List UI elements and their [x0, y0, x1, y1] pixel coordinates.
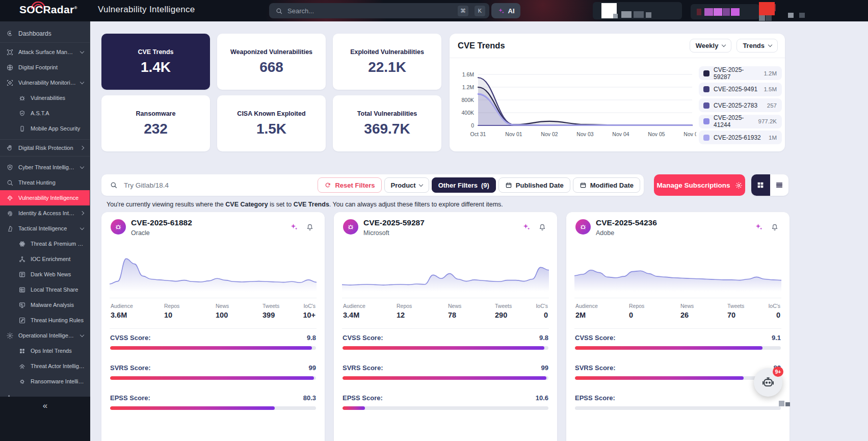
redacted-org-widget[interactable] [593, 2, 682, 19]
sidebar-item-a-s-t-a[interactable]: A.S.T.A [0, 106, 90, 121]
sidebar-item-cyber-threat-intelligence[interactable]: Cyber Threat Intelligence [0, 160, 90, 175]
score-value: 10.6 [536, 394, 548, 402]
other-filters-button[interactable]: Other Filters (9) [432, 177, 496, 193]
sidebar-item-digital-footprint[interactable]: Digital Footprint [0, 60, 90, 75]
stat-label: Weaponized Vulnerabilities [230, 48, 312, 56]
bell-icon[interactable] [305, 222, 314, 231]
ai-sparkle-icon[interactable] [290, 222, 299, 231]
chevron-right-icon [80, 146, 84, 150]
sidebar-item-attack-surface-management[interactable]: Attack Surface Management [0, 44, 90, 60]
sidebar-collapse-button[interactable]: « [0, 397, 90, 441]
redacted-user-widget[interactable] [691, 4, 759, 19]
reset-filters-button[interactable]: Reset Filters [318, 177, 381, 193]
legend-cve: CVE-2025-61932 [714, 134, 765, 141]
sidebar-item-operational-intelligence[interactable]: Operational Intelligence [0, 328, 90, 343]
score-value: 9.8 [307, 334, 316, 342]
socradar-logo[interactable]: SOCRadar® [19, 4, 77, 16]
sidebar-item-threat-premium-feeds[interactable]: Threat & Premium Feeds [0, 236, 90, 251]
legend-item-cve-2025-41244[interactable]: CVE-2025-41244977.2K [699, 115, 782, 128]
legend-item-cve-2025-2783[interactable]: CVE-2025-2783257 [699, 98, 782, 112]
sidebar-item-threat-hunting[interactable]: Threat Hunting [0, 175, 90, 190]
stat-card-cve-trends[interactable]: CVE Trends1.4K [101, 34, 210, 90]
sidebar-item-dashboards[interactable]: Dashboards [0, 24, 90, 43]
chevron-down-icon [418, 182, 423, 186]
product-filter-button[interactable]: Product [384, 177, 429, 193]
modified-date-button[interactable]: Modified Date [573, 177, 640, 193]
global-search-input[interactable] [287, 7, 452, 15]
published-date-button[interactable]: Published Date [498, 177, 570, 193]
sidebar-item-vulnerability-intelligence[interactable]: Vulnerability Intelligence [0, 190, 90, 205]
sidebar-item-threat-hunting-rules[interactable]: Threat Hunting Rules [0, 313, 90, 328]
legend-item-cve-2025-59287[interactable]: CVE-2025-592871.2M [699, 66, 782, 80]
cve-search-input[interactable] [124, 181, 315, 189]
stat-card-ransomware[interactable]: Ransomware232 [101, 95, 210, 151]
metric-ioc-s: IoC's0 [536, 303, 548, 319]
ai-assistant-button[interactable]: AI [491, 3, 520, 18]
score-label: SVRS Score: [110, 364, 150, 372]
grid-icon [756, 181, 765, 189]
card-icon [18, 286, 26, 294]
bell-icon[interactable] [770, 222, 779, 231]
redacted-block [799, 13, 805, 18]
global-search[interactable]: ⌘ K [269, 3, 489, 18]
sidebar-item-label: Malware Analysis [31, 302, 86, 308]
chevron-down-icon [80, 49, 84, 53]
stat-card-weaponized-vulnerabilities[interactable]: Weaponized Vulnerabilities668 [217, 34, 326, 90]
cve-vendor: Adobe [596, 229, 614, 237]
sidebar-item-label: Mobile App Security [31, 125, 86, 132]
mode-dropdown[interactable]: Trends [737, 39, 778, 53]
cve-search[interactable] [110, 181, 315, 189]
sidebar-item-local-threat-share[interactable]: Local Threat Share [0, 282, 90, 297]
list-view-button[interactable] [770, 174, 789, 196]
mode-dropdown-label: Trends [743, 42, 765, 49]
legend-item-cve-2025-9491[interactable]: CVE-2025-94911.5M [699, 83, 782, 96]
sidebar-item-malware-analysis[interactable]: Malware Analysis [0, 297, 90, 313]
cve-id[interactable]: CVE-2025-59287 [363, 218, 425, 227]
metric-label: IoC's [303, 303, 315, 309]
score-label: CVSS Score: [110, 334, 150, 342]
legend-value: 977.2K [758, 118, 777, 124]
sidebar-item-vulnerability-monitoring[interactable]: Vulnerability Monitoring [0, 75, 90, 90]
period-dropdown[interactable]: Weekly [690, 39, 732, 53]
ai-sparkle-icon[interactable] [754, 222, 764, 231]
legend-item-cve-2025-61932[interactable]: CVE-2025-619321M [699, 131, 782, 144]
redacted-block [621, 11, 632, 18]
stat-label: CVE Trends [138, 48, 173, 56]
score-cvss-score: CVSS Score:9.8 [343, 334, 548, 350]
cve-card-cve-2025-61882[interactable]: CVE-2025-61882OracleAudience3.6MRepos10N… [101, 212, 325, 441]
sidebar-item-ops-intel-trends[interactable]: Ops Intel Trends [0, 343, 90, 358]
sidebar-item-dark-web-news[interactable]: Dark Web News [0, 267, 90, 282]
stat-card-cisa-known-exploited[interactable]: CISA Known Exploited1.5K [217, 95, 326, 151]
manage-subscriptions-button[interactable]: Manage Subscriptions [654, 174, 745, 196]
grid-view-button[interactable] [751, 174, 770, 196]
metric-label: Tweets [262, 303, 279, 309]
sidebar-item-ioc-enrichment[interactable]: IOC Enrichment [0, 251, 90, 267]
filter-notice: You're currently viewing results where t… [107, 201, 503, 208]
cve-card-cve-2025-59287[interactable]: CVE-2025-59287MicrosoftAudience3.4MRepos… [334, 212, 557, 441]
sidebar-item-tactical-intelligence[interactable]: Tactical Intelligence [0, 221, 90, 236]
sidebar-item-mobile-app-security[interactable]: Mobile App Security [0, 121, 90, 136]
sidebar-item-vulnerabilities[interactable]: Vulnerabilities [0, 90, 90, 106]
metric-label: IoC's [536, 303, 548, 309]
redacted-block [613, 14, 618, 18]
metric-audience: Audience3.6M [111, 303, 133, 319]
stat-card-exploited-vulnerabilities[interactable]: Exploited Vulnerabilities22.1K [333, 34, 441, 90]
stat-card-total-vulnerabilities[interactable]: Total Vulnerabilities369.7K [333, 95, 441, 151]
cve-card-cve-2025-54236[interactable]: CVE-2025-54236AdobeAudience2MRepos0News2… [566, 212, 790, 441]
ai-sparkle-icon[interactable] [522, 222, 531, 231]
cve-vendor: Oracle [131, 229, 150, 237]
cve-id[interactable]: CVE-2025-61882 [131, 218, 192, 227]
socradar-dash-icon [6, 30, 14, 37]
sidebar-item-threat-actor-intelligence[interactable]: Threat Actor Intelligence [0, 358, 90, 374]
sidebar-item-label: Threat Hunting Rules [31, 317, 86, 323]
bell-icon[interactable] [538, 222, 547, 231]
sidebar-item-digital-risk-protection[interactable]: Digital Risk Protection [0, 139, 90, 157]
redacted-avatar[interactable] [759, 2, 775, 15]
cve-metrics: Audience2MRepos0News26Tweets70IoC's0 [575, 303, 780, 324]
metric-value: 2M [575, 311, 598, 319]
refresh-icon [324, 181, 331, 189]
sidebar-item-identity-access-intelligence[interactable]: Identity & Access Intelligence [0, 205, 90, 221]
metric-label: Repos [164, 303, 179, 309]
sidebar-item-ransomware-intelligence[interactable]: Ransomware Intelligence [0, 374, 90, 389]
cve-id[interactable]: CVE-2025-54236 [596, 218, 657, 227]
